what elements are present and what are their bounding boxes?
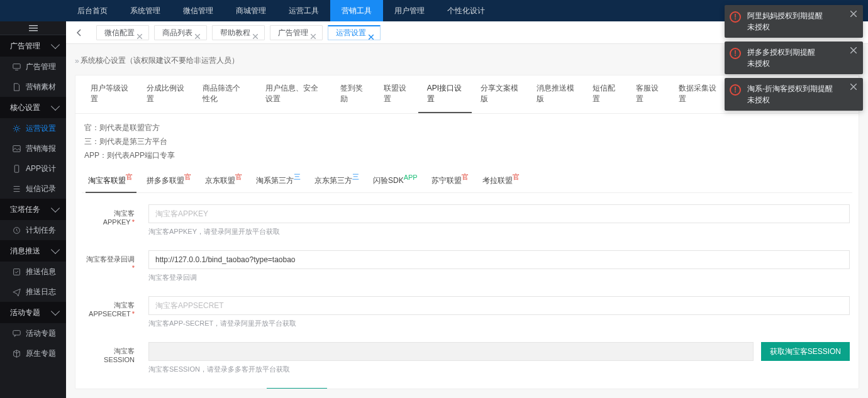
toast: ! 阿里妈妈授权到期提醒 未授权 (725, 5, 863, 38)
close-icon[interactable] (195, 29, 203, 36)
sidebar-group-head[interactable]: 宝塔任务 (0, 199, 66, 220)
subtab[interactable]: 分成比例设置 (138, 75, 194, 113)
page-tab[interactable]: 运营设置 (328, 25, 381, 40)
sidebar-item-operation-setting[interactable]: 运营设置 (0, 118, 66, 138)
sidebar-item-poster[interactable]: 营销海报 (0, 138, 66, 158)
subtab[interactable]: 联盟设置 (375, 75, 418, 113)
sidebar-item-cron[interactable]: 计划任务 (0, 220, 66, 240)
clock-icon (13, 226, 21, 235)
svg-rect-6 (14, 165, 19, 172)
subtab[interactable]: 短信配置 (584, 75, 627, 113)
subtab[interactable]: 商品筛选个性化 (194, 75, 256, 113)
topnav-item[interactable]: 商城管理 (225, 0, 277, 21)
toast: ! 拼多多授权到期提醒 未授权 (725, 41, 863, 74)
close-icon[interactable] (253, 29, 260, 36)
sidebar-item-ad-manage[interactable]: 广告管理 (0, 57, 66, 77)
label-secret: 淘宝客APPSECRET* (84, 296, 135, 318)
save-button[interactable]: 保存配置 (267, 388, 327, 389)
file-icon (13, 83, 21, 91)
toast-title: 阿里妈妈授权到期提醒 (747, 10, 848, 21)
chevron-down-icon (51, 40, 60, 49)
page-tab[interactable]: 广告管理 (270, 25, 323, 40)
subtab[interactable]: 数据采集设置 (670, 75, 726, 113)
cube-icon (13, 350, 21, 358)
close-icon[interactable] (137, 29, 145, 36)
svg-rect-5 (13, 145, 20, 152)
close-icon[interactable] (311, 29, 318, 36)
sidebar-item-sms-log[interactable]: 短信记录 (0, 179, 66, 199)
input-appkey[interactable] (148, 204, 850, 223)
hint-secret: 淘宝客APP-SECRET，请登录阿里开放平台获取 (148, 319, 850, 328)
sidebar-item-material[interactable]: 营销素材 (0, 77, 66, 97)
toast-title: 淘系-折淘客授权到期提醒 (747, 83, 848, 94)
toast-close-button[interactable] (850, 45, 859, 54)
legend-notes: 官：则代表是联盟官方 三：则代表是第三方平台 APP：则代表APP端口专享 (75, 114, 859, 165)
input-secret[interactable] (148, 296, 850, 315)
list-icon (13, 185, 21, 193)
hint-session: 淘宝客SESSION，请登录多多客开放平台获取 (148, 365, 850, 374)
alert-icon: ! (730, 84, 741, 96)
subtab[interactable]: 签到奖励 (331, 75, 375, 113)
check-icon (13, 268, 21, 276)
chevron-down-icon (51, 102, 60, 111)
topnav-item[interactable]: 微信管理 (172, 0, 225, 21)
page-tab[interactable]: 帮助教程 (212, 25, 265, 40)
send-icon (13, 288, 21, 296)
topnav-item[interactable]: 个性化设计 (436, 0, 496, 21)
subtab[interactable]: 用户等级设置 (82, 75, 138, 113)
sidebar-group-head[interactable]: 核心设置 (0, 97, 66, 118)
toast-body: 未授权 (747, 21, 848, 33)
label-appkey: 淘宝客APPKEY* (84, 204, 135, 226)
alliance-tab-kaola[interactable]: 考拉联盟官 (476, 169, 527, 192)
alliance-tab-jd3p[interactable]: 京东第三方三 (308, 169, 367, 192)
alert-icon: ! (730, 48, 741, 59)
chevron-down-icon (51, 307, 60, 316)
alliance-tab-taobao[interactable]: 淘宝客联盟官 (82, 169, 140, 192)
topnav-item[interactable]: 营销工具 (330, 0, 383, 21)
sidebar-group-head[interactable]: 消息推送 (0, 240, 66, 262)
topnav-item[interactable]: 用户管理 (383, 0, 436, 21)
alert-icon: ! (730, 11, 741, 23)
alliance-tab-jd[interactable]: 京东联盟官 (199, 169, 250, 192)
svg-rect-3 (13, 64, 20, 68)
sidebar-item-push-info[interactable]: 推送信息 (0, 262, 66, 282)
alliance-tab-shanyan[interactable]: 闪验SDKAPP (367, 169, 425, 192)
toast-title: 拼多多授权到期提醒 (747, 47, 848, 58)
topnav-item[interactable]: 系统管理 (119, 0, 172, 21)
toast-body: 未授权 (747, 58, 848, 69)
form: 淘宝客APPKEY* 淘宝客APPKEY，请登录阿里开放平台获取 淘宝客登录回调… (75, 193, 859, 389)
alliance-tabs: 淘宝客联盟官 拼多多联盟官 京东联盟官 淘系第三方三 京东第三方三 闪验SDKA… (82, 169, 852, 193)
topnav-item[interactable]: 后台首页 (66, 0, 119, 21)
alliance-tab-tao3p[interactable]: 淘系第三方三 (250, 169, 308, 192)
tabbar-back-button[interactable] (71, 25, 87, 40)
input-callback[interactable] (148, 250, 850, 269)
close-icon[interactable] (369, 30, 376, 37)
chevron-down-icon (51, 204, 60, 213)
subtab[interactable]: API接口设置 (418, 75, 472, 113)
input-session (148, 342, 754, 361)
page-tab[interactable]: 商品列表 (154, 25, 207, 40)
sidebar: 广告管理 广告管理 营销素材 核心设置 运营设置 营销海报 APP设计 短信记录… (0, 21, 66, 398)
sidebar-group-head[interactable]: 活动专题 (0, 302, 66, 323)
toast-close-button[interactable] (850, 9, 859, 18)
page-tab[interactable]: 微信配置 (96, 25, 149, 40)
sidebar-item-app-design[interactable]: APP设计 (0, 158, 66, 179)
sidebar-group-head[interactable]: 广告管理 (0, 35, 66, 57)
subtab[interactable]: 用户信息、安全设置 (257, 75, 332, 113)
subtab[interactable]: 分享文案模版 (472, 75, 528, 113)
chevron-down-icon (51, 245, 60, 254)
subtab[interactable]: 客服设置 (627, 75, 670, 113)
sidebar-collapse-button[interactable] (0, 21, 66, 35)
sidebar-item-native[interactable]: 原生专题 (0, 343, 66, 363)
toast: ! 淘系-折淘客授权到期提醒 未授权 (725, 78, 863, 111)
label-callback: 淘宝客登录回调* (84, 250, 135, 272)
alliance-tab-suning[interactable]: 苏宁联盟官 (425, 169, 476, 192)
topnav-item[interactable]: 运营工具 (277, 0, 330, 21)
svg-point-4 (15, 127, 18, 130)
sidebar-item-push-log[interactable]: 推送日志 (0, 282, 66, 302)
alliance-tab-pdd[interactable]: 拼多多联盟官 (140, 169, 199, 192)
get-session-button[interactable]: 获取淘宝客SESSION (761, 342, 850, 361)
sidebar-item-activity[interactable]: 活动专题 (0, 323, 66, 343)
subtab[interactable]: 消息推送模版 (528, 75, 584, 113)
toast-close-button[interactable] (850, 82, 859, 91)
